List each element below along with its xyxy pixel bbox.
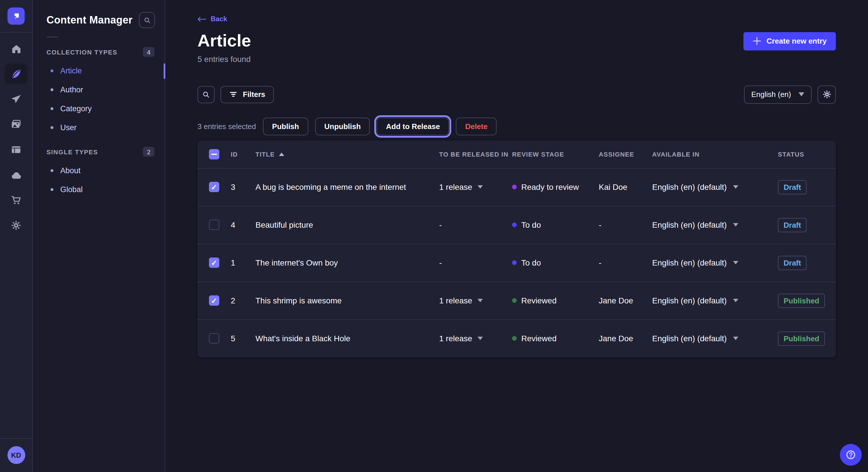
release-dropdown: - <box>439 258 442 267</box>
help-button[interactable] <box>840 444 862 466</box>
selection-count-label: 3 entries selected <box>197 122 256 131</box>
stage-dot-icon <box>512 336 517 341</box>
filter-icon <box>229 90 238 99</box>
stage-dot-icon <box>512 223 517 227</box>
bullet-icon <box>51 188 53 191</box>
chevron-down-icon <box>477 337 483 340</box>
table-row[interactable]: 2 This shrimp is awesome 1 release Revie… <box>197 281 836 319</box>
section-count-badge: 4 <box>143 47 154 57</box>
locale-dropdown[interactable]: English (en) (default) <box>652 296 778 305</box>
nav-rail: KD <box>0 0 33 472</box>
stage-label: Ready to review <box>521 182 579 192</box>
entries-table: ID TITLE TO BE RELEASED IN REVIEW STAGE … <box>197 140 836 357</box>
release-dropdown[interactable]: 1 release <box>439 334 483 343</box>
home-icon[interactable] <box>5 38 28 59</box>
locale-dropdown[interactable]: English (en) (default) <box>652 258 778 267</box>
section-count-badge: 2 <box>143 147 154 157</box>
entry-title: A bug is becoming a meme on the internet <box>255 182 439 192</box>
row-checkbox[interactable] <box>209 295 219 306</box>
table-header-row: ID TITLE TO BE RELEASED IN REVIEW STAGE … <box>197 140 836 168</box>
locale-select[interactable]: English (en) <box>744 85 812 103</box>
entry-title: What's inside a Black Hole <box>255 334 439 343</box>
status-badge: Draft <box>778 217 807 232</box>
chevron-down-icon <box>477 185 483 189</box>
entry-id: 1 <box>231 258 255 267</box>
locale-dropdown[interactable]: English (en) (default) <box>652 220 778 229</box>
main-content: Back Article Create new entry 5 entries … <box>165 0 868 472</box>
release-dropdown[interactable]: 1 release <box>439 182 483 192</box>
column-header-title[interactable]: TITLE <box>255 150 439 158</box>
entry-title: The internet's Own boy <box>255 258 439 267</box>
locale-dropdown[interactable]: English (en) (default) <box>652 334 778 343</box>
column-header-status: STATUS <box>778 150 836 158</box>
subnav-title: Content Manager <box>46 14 133 26</box>
back-link[interactable]: Back <box>197 15 227 23</box>
sidebar-item-author[interactable]: Author <box>33 80 165 99</box>
column-header-id[interactable]: ID <box>231 150 255 158</box>
cloud-icon[interactable] <box>5 165 28 185</box>
stage-label: Reviewed <box>521 334 557 343</box>
entry-title: This shrimp is awesome <box>255 296 439 305</box>
media-library-icon[interactable] <box>5 114 28 135</box>
content-type-builder-icon[interactable] <box>5 139 28 160</box>
app-window: KD Content Manager COLLECTION TYPES4Arti… <box>0 0 868 472</box>
table-row[interactable]: 1 The internet's Own boy - To do - Engli… <box>197 243 836 281</box>
assignee: Kai Doe <box>599 182 652 192</box>
entry-title: Beautiful picture <box>255 220 439 229</box>
releases-plane-icon[interactable] <box>5 89 28 109</box>
assignee: Jane Doe <box>599 334 652 343</box>
release-dropdown[interactable]: 1 release <box>439 296 483 305</box>
entries-count: 5 entries found <box>197 54 836 63</box>
settings-gear-icon[interactable] <box>5 215 28 236</box>
bullet-icon <box>51 107 53 110</box>
chevron-down-icon <box>733 337 738 340</box>
row-checkbox[interactable] <box>209 182 219 192</box>
stage-label: To do <box>521 258 541 267</box>
column-header-available-in: AVAILABLE IN <box>652 150 778 158</box>
sidebar-item-about[interactable]: About <box>33 161 165 180</box>
sidebar-item-global[interactable]: Global <box>33 180 165 199</box>
subnav-search-icon[interactable] <box>139 12 155 28</box>
content-manager-feather-icon[interactable] <box>5 64 28 84</box>
strapi-logo-icon[interactable] <box>7 7 25 25</box>
arrow-left-icon <box>197 16 206 22</box>
table-row[interactable]: 3 A bug is becoming a meme on the intern… <box>197 168 836 206</box>
chevron-down-icon <box>477 299 483 302</box>
view-settings-gear-icon[interactable] <box>817 85 836 103</box>
help-icon <box>846 450 856 460</box>
column-header-review-stage: REVIEW STAGE <box>512 150 599 158</box>
sidebar-item-article[interactable]: Article <box>33 61 165 80</box>
section-header[interactable]: SINGLE TYPES2 <box>33 147 165 157</box>
chevron-down-icon <box>733 261 738 264</box>
assignee: - <box>599 220 652 229</box>
add-to-release-button[interactable]: Add to Release <box>377 117 449 135</box>
create-new-entry-button[interactable]: Create new entry <box>743 32 836 50</box>
stage-dot-icon <box>512 298 517 303</box>
bullet-icon <box>51 69 53 72</box>
user-avatar[interactable]: KD <box>7 446 25 464</box>
stage-dot-icon <box>512 185 517 189</box>
row-checkbox[interactable] <box>209 220 219 230</box>
chevron-down-icon <box>799 92 804 96</box>
section-header[interactable]: COLLECTION TYPES4 <box>33 47 165 57</box>
row-checkbox[interactable] <box>209 333 219 343</box>
row-checkbox[interactable] <box>209 258 219 268</box>
marketplace-cart-icon[interactable] <box>5 190 28 210</box>
chevron-down-icon <box>733 299 738 302</box>
unpublish-button[interactable]: Unpublish <box>315 117 370 135</box>
publish-button[interactable]: Publish <box>263 117 308 135</box>
locale-dropdown[interactable]: English (en) (default) <box>652 182 778 192</box>
status-badge: Draft <box>778 180 807 194</box>
delete-button[interactable]: Delete <box>456 117 497 135</box>
table-row[interactable]: 5 What's inside a Black Hole 1 release R… <box>197 319 836 357</box>
entry-id: 3 <box>231 182 255 192</box>
assignee: Jane Doe <box>599 296 652 305</box>
bullet-icon <box>51 88 53 91</box>
divider <box>46 37 58 37</box>
table-row[interactable]: 4 Beautiful picture - To do - English (e… <box>197 206 836 243</box>
filters-button[interactable]: Filters <box>220 86 274 103</box>
search-icon[interactable] <box>197 86 215 103</box>
select-all-checkbox[interactable] <box>209 149 219 159</box>
sidebar-item-category[interactable]: Category <box>33 99 165 118</box>
sidebar-item-user[interactable]: User <box>33 118 165 137</box>
